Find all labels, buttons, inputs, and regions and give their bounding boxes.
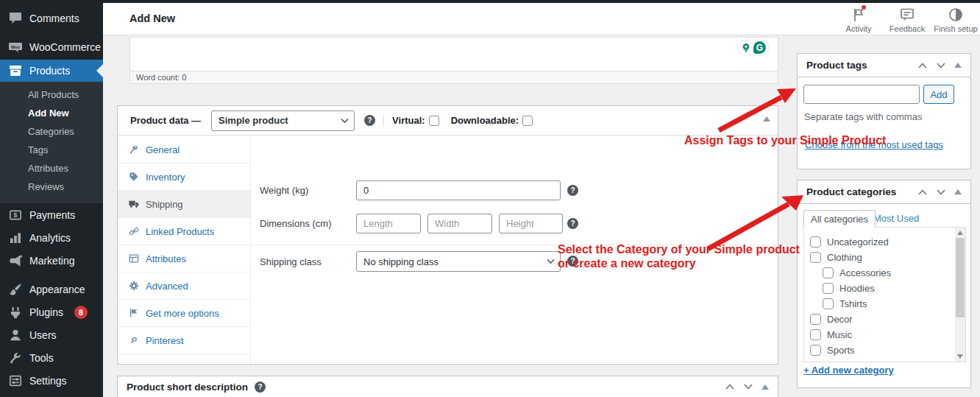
product-tags-title: Product tags <box>806 60 867 71</box>
sidebar-item-products[interactable]: Products <box>0 60 103 82</box>
sidebar-item-label: Plugins <box>29 306 63 318</box>
feedback-button[interactable]: Feedback <box>883 7 931 33</box>
tab-linked-products[interactable]: Linked Products <box>118 218 250 245</box>
sidebar-item-woocommerce[interactable]: Woo WooCommerce <box>0 35 103 60</box>
shipping-class-help-icon[interactable]: ? <box>567 256 578 267</box>
sidebar-item-plugins[interactable]: Plugins 8 <box>0 301 103 323</box>
sidebar-item-tools[interactable]: Tools <box>0 346 103 369</box>
category-checkbox[interactable] <box>810 252 821 263</box>
scrollbar-thumb[interactable] <box>956 238 965 317</box>
move-down-icon[interactable] <box>743 383 753 390</box>
tab-label: Linked Products <box>146 226 214 237</box>
product-tags-header: Product tags <box>798 54 970 77</box>
tab-advanced[interactable]: Advanced <box>118 273 250 300</box>
products-icon <box>8 63 23 78</box>
plugins-icon <box>8 305 23 320</box>
product-type-help-icon[interactable]: ? <box>364 115 375 126</box>
category-checkbox[interactable] <box>810 329 821 340</box>
sidebar-item-users[interactable]: Users <box>0 323 103 346</box>
plugins-update-badge: 8 <box>74 306 88 319</box>
category-label: Hoodies <box>839 283 875 294</box>
short-description-panel: Product short description ? <box>117 376 778 397</box>
move-down-icon[interactable] <box>936 62 946 69</box>
toggle-panel-icon[interactable] <box>763 116 770 122</box>
finish-setup-button[interactable]: Finish setup <box>931 7 980 33</box>
tab-general[interactable]: General <box>118 136 250 164</box>
toggle-panel-icon[interactable] <box>954 189 962 194</box>
products-submenu: All Products Add New Categories Tags Att… <box>0 82 103 203</box>
product-categories-title: Product categories <box>806 186 896 197</box>
short-description-header: Product short description ? <box>118 376 778 397</box>
most-used-tags-link[interactable]: Choose from the most used tags <box>805 139 943 150</box>
category-checkbox[interactable] <box>810 345 821 356</box>
tab-inventory[interactable]: Inventory <box>118 164 250 191</box>
submenu-item-categories[interactable]: Categories <box>0 122 103 141</box>
weight-help-icon[interactable]: ? <box>567 185 578 196</box>
move-up-icon[interactable] <box>917 189 928 196</box>
sidebar-item-payments[interactable]: $ Payments <box>0 203 103 226</box>
tab-shipping[interactable]: Shipping <box>118 191 250 218</box>
tab-attributes[interactable]: Attributes <box>118 245 250 273</box>
dimensions-help-icon[interactable]: ? <box>567 218 578 229</box>
length-input[interactable] <box>356 214 421 233</box>
toggle-panel-icon[interactable] <box>954 63 962 68</box>
submenu-item-tags[interactable]: Tags <box>0 141 103 159</box>
tag-icon <box>129 172 139 182</box>
chevron-down-icon <box>341 118 349 123</box>
scroll-up-icon[interactable] <box>957 231 963 235</box>
finish-setup-label: Finish setup <box>934 24 977 33</box>
sidebar-item-label: Products <box>29 65 70 77</box>
category-label: Uncategorized <box>827 236 889 247</box>
tab-get-more-options[interactable]: Get more options <box>118 300 250 327</box>
downloadable-label: Downloadable: <box>451 115 519 126</box>
sidebar-item-marketing[interactable]: Marketing <box>0 249 103 272</box>
category-checkbox[interactable] <box>810 236 821 247</box>
shipping-class-select[interactable]: No shipping class <box>356 251 561 272</box>
category-checkbox[interactable] <box>810 314 821 325</box>
feedback-label: Feedback <box>890 24 925 33</box>
tab-label: Inventory <box>146 172 185 183</box>
submenu-item-add-new[interactable]: Add New <box>0 104 103 122</box>
height-input[interactable] <box>499 214 563 233</box>
tab-all-categories[interactable]: All categories <box>803 210 876 228</box>
submenu-item-attributes[interactable]: Attributes <box>0 159 103 178</box>
submenu-item-reviews[interactable]: Reviews <box>0 178 103 196</box>
add-new-category-link[interactable]: + Add new category <box>803 365 894 376</box>
sidebar-item-comments[interactable]: Comments <box>0 6 103 31</box>
tab-pinterest[interactable]: P Pinterest <box>118 327 250 354</box>
sidebar-item-appearance[interactable]: Appearance <box>0 278 103 301</box>
downloadable-checkbox[interactable] <box>522 116 533 126</box>
activity-button[interactable]: Activity <box>834 7 883 33</box>
category-label: Accessories <box>839 267 891 278</box>
sidebar-item-label: WooCommerce <box>29 41 101 53</box>
sidebar-item-settings[interactable]: Settings <box>0 369 103 392</box>
move-down-icon[interactable] <box>936 189 946 196</box>
description-editor[interactable]: G Word count: 0 <box>129 37 778 84</box>
short-description-help-icon[interactable]: ? <box>255 382 266 393</box>
tab-label: Pinterest <box>146 335 183 346</box>
scroll-down-icon[interactable] <box>957 354 963 359</box>
grammarly-suggestion-bulb-icon[interactable] <box>740 42 752 54</box>
finish-setup-progress-icon <box>948 7 964 23</box>
scrollbar[interactable] <box>955 228 965 362</box>
category-checkbox[interactable] <box>823 298 834 309</box>
virtual-checkbox[interactable] <box>429 116 439 126</box>
sidebar-item-analytics[interactable]: Analytics <box>0 226 103 249</box>
category-item: Decor <box>810 312 965 327</box>
move-up-icon[interactable] <box>725 383 735 390</box>
grammarly-g-icon[interactable]: G <box>753 41 766 54</box>
move-up-icon[interactable] <box>917 62 928 69</box>
analytics-icon <box>8 231 23 245</box>
add-tag-button[interactable]: Add <box>923 85 954 104</box>
tab-most-used[interactable]: Most Used <box>873 213 919 224</box>
width-input[interactable] <box>427 214 492 233</box>
toggle-panel-icon[interactable] <box>761 384 769 390</box>
category-checkbox[interactable] <box>823 267 834 278</box>
product-categories-header: Product categories <box>798 180 970 204</box>
product-type-select[interactable]: Simple product <box>211 110 355 131</box>
new-tag-input[interactable] <box>803 85 920 104</box>
sidebar-item-label: Appearance <box>29 284 85 295</box>
submenu-item-all-products[interactable]: All Products <box>0 85 103 104</box>
weight-input[interactable] <box>356 180 561 200</box>
category-checkbox[interactable] <box>823 283 834 294</box>
